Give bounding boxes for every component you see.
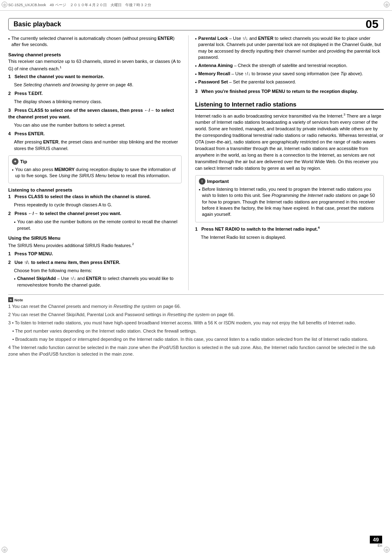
tip-icon: ✦ <box>12 158 18 165</box>
important-box-title: ! Important <box>199 178 380 185</box>
page-number: 49 <box>370 536 382 543</box>
important-bullet: • Before listening to Internet radio, yo… <box>199 186 380 218</box>
notes-section: N Note 1 You can reset the Channel prese… <box>8 294 384 361</box>
note-line-3b: • The port number varies depending on th… <box>8 328 384 335</box>
password-set-bullet: • Password Set – Set the parental lock p… <box>195 79 384 86</box>
memory-recall-text: Memory Recall – Use ↑/↓ to browse your s… <box>198 71 363 77</box>
sirius-menu-heading: Using the SIRIUS Menu <box>8 236 182 240</box>
section-header: Basic playback 05 <box>8 18 384 30</box>
saving-presets-heading: Saving channel presets <box>8 52 182 57</box>
step3: 3 Press CLASS to select one of the seven… <box>8 107 182 129</box>
parental-lock-text: Parental Lock – Use ↑/↓ and ENTER to sel… <box>198 35 384 61</box>
listening-presets-heading: Listening to channel presets <box>8 187 182 192</box>
step2: 2 Press T.EDIT. The display shows a blin… <box>8 90 182 105</box>
internet-step1-body: The Internet Radio list screen is displa… <box>195 234 384 241</box>
file-info: SC-1525_UXJCB.book 49 ページ ２０１０年４月２０日 火曜日… <box>8 2 151 8</box>
saving-presets-intro: This receiver can memorize up to 63 chan… <box>8 58 182 72</box>
channel-skip-text: Channel Skip/Add – Use ↑/↓ and ENTER to … <box>17 275 182 288</box>
note-line-4: 4 The Internet radio function cannot be … <box>8 345 384 358</box>
internet-step1: 1 Press NET RADIO to switch to the Inter… <box>195 226 384 241</box>
note-line-3a: 3 • To listen to Internet radio stations… <box>8 320 384 326</box>
page-header: SC-1525_UXJCB.book 49 ページ ２０１０年４月２０日 火曜日… <box>0 0 392 11</box>
important-box: ! Important • Before listening to Intern… <box>195 175 384 222</box>
corner-mark-top-left <box>2 2 8 8</box>
right-step3: 3 When you're finished press TOP MENU to… <box>195 88 384 95</box>
page-lang: En <box>370 543 382 548</box>
sirius-step1-label: 1 Press TOP MENU. <box>8 251 53 256</box>
intro-bullet: • The currently selected channel is auto… <box>8 35 182 48</box>
note-title: N Note <box>8 297 384 302</box>
internet-step1-label: 1 Press NET RADIO to switch to the Inter… <box>195 227 320 231</box>
page-footer: 49 En <box>370 536 382 548</box>
note-icon: N <box>8 297 13 302</box>
note-line-1: 1 You can reset the Channel presets and … <box>8 303 384 310</box>
antenna-aiming-text: Antenna Aiming – Check the strength of s… <box>198 62 348 69</box>
left-column: • The currently selected channel is auto… <box>8 35 189 290</box>
note-line-2: 2 You can reset the Channel Skip/Add, Pa… <box>8 312 384 318</box>
step4: 4 Press ENTER. After pressing ENTER, the… <box>8 131 182 152</box>
listening-step1-label: 1 Press CLASS to select the class in whi… <box>8 194 151 199</box>
listening-step2-bullet-text: You can also use the number buttons on t… <box>17 219 182 231</box>
sirius-step2-body: Choose from the following menu items: <box>8 268 182 274</box>
step1: 1 Select the channel you want to memoriz… <box>8 74 182 88</box>
tip-box-title: ✦ Tip <box>12 158 178 165</box>
tip-label: Tip <box>20 159 27 164</box>
important-icon: ! <box>199 178 205 185</box>
content-area: • The currently selected channel is auto… <box>8 35 384 290</box>
step4-label: 4 Press ENTER. <box>8 131 45 136</box>
channel-skip-bullet: • Channel Skip/Add – Use ↑/↓ and ENTER t… <box>8 275 182 288</box>
note-line-3c: • Broadcasts may be stopped or interrupt… <box>8 336 384 343</box>
listening-step1: 1 Press CLASS to select the class in whi… <box>8 194 182 208</box>
important-text: Before listening to Internet radio, you … <box>202 186 380 218</box>
intro-bullet-text: The currently selected channel is automa… <box>12 35 182 48</box>
important-label: Important <box>207 179 229 184</box>
sirius-step1: 1 Press TOP MENU. <box>8 251 182 257</box>
section-title: Basic playback <box>14 21 378 28</box>
password-set-text: Password Set – Set the parental lock pas… <box>198 79 296 86</box>
step1-body: See Selecting channels and browsing by g… <box>8 82 182 88</box>
tip-bullet: • You can also press MEMORY during recep… <box>12 166 178 179</box>
right-column: • Parental Lock – Use ↑/↓ and ENTER to s… <box>189 35 384 290</box>
listening-step2-label: 2 Press ←/→ to select the channel preset… <box>8 211 121 216</box>
listening-step1-body: Press repeatedly to cycle through classe… <box>8 202 182 208</box>
right-step3-label: 3 When you're finished press TOP MENU to… <box>195 89 358 94</box>
tip-text: You can also press MEMORY during recepti… <box>15 166 178 179</box>
listening-step2-bullet: • You can also use the number buttons on… <box>8 219 182 231</box>
step3-body: You can also use the number buttons to s… <box>8 122 182 129</box>
step1-label: 1 Select the channel you want to memoriz… <box>8 74 104 79</box>
parental-lock-bullet: • Parental Lock – Use ↑/↓ and ENTER to s… <box>195 35 384 61</box>
tip-box: ✦ Tip • You can also press MEMORY during… <box>8 155 182 184</box>
corner-mark-top-right <box>384 2 390 8</box>
step4-body: After pressing ENTER, the preset class a… <box>8 139 182 152</box>
step2-label: 2 Press T.EDIT. <box>8 91 43 96</box>
memory-recall-bullet: • Memory Recall – Use ↑/↓ to browse your… <box>195 71 384 77</box>
sirius-step2-label: 2 Use ↑/↓ to select a menu item, then pr… <box>8 260 120 265</box>
sirius-step2: 2 Use ↑/↓ to select a menu item, then pr… <box>8 259 182 289</box>
note-label: Note <box>14 298 23 302</box>
antenna-aiming-bullet: • Antenna Aiming – Check the strength of… <box>195 62 384 69</box>
corner-mark-bottom-left <box>2 547 8 553</box>
internet-radio-heading: Listening to Internet radio stations <box>195 101 384 110</box>
internet-radio-body: Internet radio is an audio broadcasting … <box>195 112 384 172</box>
section-number: 05 <box>366 18 378 30</box>
step2-body: The display shows a blinking memory clas… <box>8 99 182 105</box>
sirius-menu-intro: The SIRIUS Menu provides additional SIRI… <box>8 242 182 249</box>
listening-step2: 2 Press ←/→ to select the channel preset… <box>8 210 182 231</box>
corner-mark-bottom-right <box>384 547 390 553</box>
step3-label: 3 Press CLASS to select one of the seven… <box>8 108 174 119</box>
